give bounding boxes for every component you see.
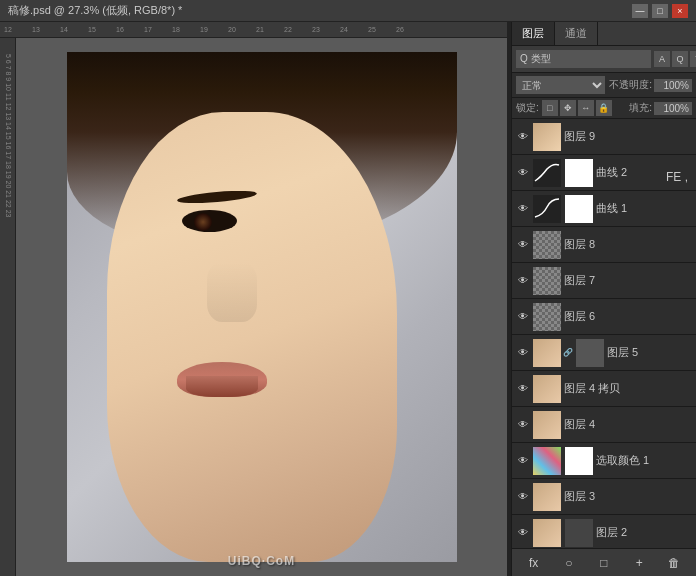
layer-fx-button[interactable]: fx: [524, 553, 544, 573]
ruler-top: 12 13 14 15 16 17 18 19 20 21 22 23 24 2…: [0, 22, 507, 38]
ruler-num: 17: [144, 26, 172, 33]
layer-name: 图层 5: [607, 345, 692, 360]
layer-mask-thumbnail: [565, 447, 593, 475]
layer-visibility-toggle[interactable]: 👁: [516, 490, 530, 504]
layer-visibility-toggle[interactable]: 👁: [516, 238, 530, 252]
close-button[interactable]: ×: [672, 4, 688, 18]
ruler-num: 12: [4, 26, 32, 33]
layer-thumbnail: [533, 303, 561, 331]
layer-item[interactable]: 👁 🔗 图层 5: [512, 335, 696, 371]
tab-layers[interactable]: 图层: [512, 22, 555, 45]
layer-visibility-toggle[interactable]: 👁: [516, 166, 530, 180]
ruler-num: 22: [284, 26, 312, 33]
layer-thumbnail: [533, 447, 561, 475]
layer-item[interactable]: 👁 图层 4 拷贝: [512, 371, 696, 407]
new-group-button[interactable]: □: [594, 553, 614, 573]
layer-item[interactable]: 👁 图层 4: [512, 407, 696, 443]
window-title: 稿修.psd @ 27.3% (低频, RGB/8*) *: [8, 3, 182, 18]
layer-name: 图层 7: [564, 273, 692, 288]
ruler-num: 26: [396, 26, 424, 33]
opacity-row: 不透明度:: [609, 78, 692, 92]
layer-thumbnail: [533, 339, 561, 367]
panel-tabs: 图层 通道: [512, 22, 696, 46]
lock-icons: □ ✥ ↔ 🔒: [542, 100, 612, 116]
layer-name: 图层 4 拷贝: [564, 381, 692, 396]
layer-name: 图层 8: [564, 237, 692, 252]
fill-label: 填充:: [629, 101, 652, 115]
layer-visibility-toggle[interactable]: 👁: [516, 526, 530, 540]
lips: [177, 362, 267, 397]
ruler-num: 24: [340, 26, 368, 33]
layer-thumbnail: [533, 159, 561, 187]
blend-mode-select[interactable]: 正常: [516, 76, 605, 94]
nose-area: [207, 262, 257, 322]
search-bar: A Q T ✦ ○: [512, 46, 696, 73]
ruler-num: 18: [172, 26, 200, 33]
maximize-button[interactable]: □: [652, 4, 668, 18]
new-layer-button[interactable]: +: [629, 553, 649, 573]
tab-channels[interactable]: 通道: [555, 22, 598, 45]
filter-icon-t[interactable]: T: [690, 51, 696, 67]
layer-visibility-toggle[interactable]: 👁: [516, 418, 530, 432]
layer-visibility-toggle[interactable]: 👁: [516, 310, 530, 324]
lock-all-icon[interactable]: 🔒: [596, 100, 612, 116]
fill-input[interactable]: [654, 102, 692, 115]
filter-icon-q[interactable]: Q: [672, 51, 688, 67]
layer-item[interactable]: 👁 图层 3: [512, 479, 696, 515]
fe-label: FE ,: [666, 170, 688, 184]
lock-position-icon[interactable]: ↔: [578, 100, 594, 116]
layer-visibility-toggle[interactable]: 👁: [516, 382, 530, 396]
opacity-label: 不透明度:: [609, 78, 652, 92]
search-icons: A Q T ✦ ○: [654, 51, 696, 67]
ruler-num: 14: [60, 26, 88, 33]
layer-thumbnail: [533, 267, 561, 295]
ruler-tick: 5 6 7 8 9 10 11 12 13 14 15 16 17 18 19 …: [1, 54, 15, 217]
title-bar: 稿修.psd @ 27.3% (低频, RGB/8*) * — □ ×: [0, 0, 696, 22]
lock-pixels-icon[interactable]: ✥: [560, 100, 576, 116]
ruler-num: 21: [256, 26, 284, 33]
filter-icon-a[interactable]: A: [654, 51, 670, 67]
layer-item[interactable]: 👁 图层 2: [512, 515, 696, 548]
canvas-area: 12 13 14 15 16 17 18 19 20 21 22 23 24 2…: [0, 22, 507, 576]
layer-visibility-toggle[interactable]: 👁: [516, 346, 530, 360]
search-input[interactable]: [516, 50, 651, 68]
eye-left: [182, 210, 237, 232]
ruler-num: 16: [116, 26, 144, 33]
lock-row: 锁定: □ ✥ ↔ 🔒 填充:: [512, 98, 696, 119]
delete-layer-button[interactable]: 🗑: [664, 553, 684, 573]
layer-visibility-toggle[interactable]: 👁: [516, 202, 530, 216]
layer-item[interactable]: 👁 图层 9: [512, 119, 696, 155]
lock-transparent-icon[interactable]: □: [542, 100, 558, 116]
layer-visibility-toggle[interactable]: 👁: [516, 130, 530, 144]
add-mask-button[interactable]: ○: [559, 553, 579, 573]
main-layout: 12 13 14 15 16 17 18 19 20 21 22 23 24 2…: [0, 22, 696, 576]
photo-canvas[interactable]: UiBQ·CoM: [16, 38, 507, 576]
layer-thumbnail: [533, 195, 561, 223]
ruler-num: 23: [312, 26, 340, 33]
layer-visibility-toggle[interactable]: 👁: [516, 274, 530, 288]
layer-item[interactable]: 👁 曲线 1: [512, 191, 696, 227]
layer-name: 图层 2: [596, 525, 692, 540]
layer-chain-icon: 🔗: [564, 339, 572, 367]
fill-row: 填充:: [629, 101, 692, 115]
layer-thumbnail: [533, 411, 561, 439]
layer-item[interactable]: 👁 图层 8: [512, 227, 696, 263]
window-controls[interactable]: — □ ×: [632, 4, 688, 18]
layer-visibility-toggle[interactable]: 👁: [516, 454, 530, 468]
watermark: UiBQ·CoM: [228, 554, 295, 568]
layer-item[interactable]: 👁 图层 7: [512, 263, 696, 299]
layer-thumbnail: [533, 483, 561, 511]
opacity-input[interactable]: [654, 79, 692, 92]
layers-panel: 图层 通道 A Q T ✦ ○ 正常 不透明度: 锁: [511, 22, 696, 576]
layer-name: 图层 9: [564, 129, 692, 144]
layer-mask-thumbnail: [565, 195, 593, 223]
layer-item[interactable]: 👁 选取颜色 1: [512, 443, 696, 479]
layer-mask-thumbnail: [565, 519, 593, 547]
panel-bottom: fx ○ □ + 🗑: [512, 548, 696, 576]
layer-item[interactable]: 👁 图层 6: [512, 299, 696, 335]
lock-label: 锁定:: [516, 101, 539, 115]
layer-thumbnail: [533, 375, 561, 403]
portrait: [67, 52, 457, 562]
minimize-button[interactable]: —: [632, 4, 648, 18]
blend-mode-row: 正常 不透明度:: [512, 73, 696, 98]
